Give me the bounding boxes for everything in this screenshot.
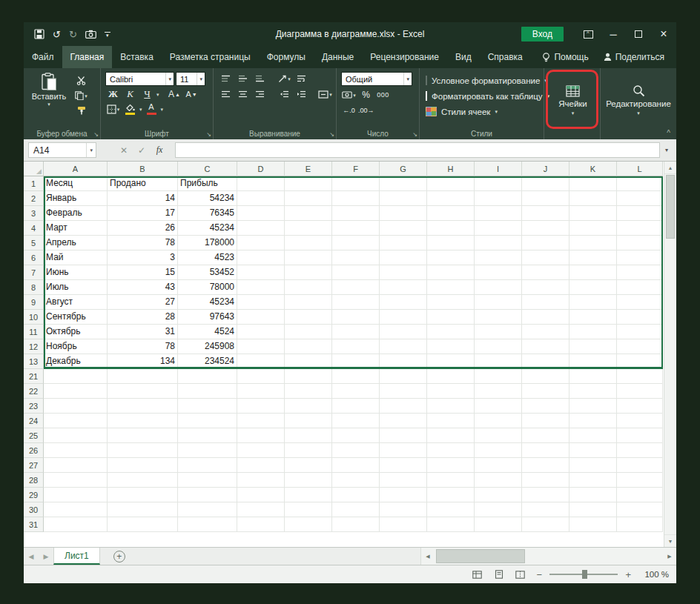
cell-B10[interactable]: 28 <box>108 310 178 325</box>
cell-D3[interactable] <box>237 206 285 221</box>
row-header-1[interactable]: 1 <box>24 176 44 191</box>
cell-C10[interactable]: 97643 <box>178 310 237 325</box>
copy-button[interactable]: ▾ <box>73 89 89 102</box>
cell-B5[interactable]: 78 <box>108 236 178 250</box>
zoom-slider[interactable] <box>549 569 618 580</box>
decrease-indent-icon[interactable] <box>277 87 292 101</box>
cell-L3[interactable] <box>617 206 663 221</box>
cancel-icon[interactable]: ✕ <box>116 142 132 158</box>
cell-G30[interactable] <box>380 502 427 517</box>
row-header-23[interactable]: 23 <box>24 399 44 414</box>
italic-button[interactable]: К <box>122 87 138 101</box>
cell-E30[interactable] <box>285 502 332 517</box>
cell-K11[interactable] <box>569 325 617 339</box>
cell-E25[interactable] <box>285 428 332 443</box>
cell-G24[interactable] <box>380 414 427 428</box>
cell-C31[interactable] <box>178 517 237 532</box>
horizontal-scrollbar[interactable]: ◀ ▶ <box>420 548 676 565</box>
cell-J25[interactable] <box>522 428 569 443</box>
cell-D5[interactable] <box>237 236 285 250</box>
cell-J9[interactable] <box>522 295 569 310</box>
cell-J12[interactable] <box>522 339 569 354</box>
cell-A22[interactable] <box>44 384 108 399</box>
font-name-combo[interactable]: Calibri ▾ <box>105 72 174 86</box>
cell-E13[interactable] <box>285 354 332 369</box>
select-all-button[interactable]: ◢ <box>24 162 44 176</box>
cell-H4[interactable] <box>427 221 475 236</box>
cell-D9[interactable] <box>237 295 285 310</box>
cell-C22[interactable] <box>178 384 237 399</box>
cell-J7[interactable] <box>522 265 569 280</box>
scroll-left-icon[interactable]: ◀ <box>421 548 435 565</box>
cell-K13[interactable] <box>569 354 617 369</box>
collapse-ribbon-icon[interactable]: ^ <box>667 129 670 137</box>
cell-D2[interactable] <box>237 191 285 206</box>
save-icon[interactable] <box>34 29 44 39</box>
cell-J27[interactable] <box>522 458 569 473</box>
cell-C13[interactable]: 234524 <box>178 354 237 369</box>
tab-Разметка страницы[interactable]: Разметка страницы <box>162 46 259 68</box>
cell-H7[interactable] <box>427 265 475 280</box>
column-header-F[interactable]: F <box>332 162 380 176</box>
page-layout-view-icon[interactable] <box>490 568 507 582</box>
cell-K31[interactable] <box>569 517 617 532</box>
cell-L31[interactable] <box>617 517 663 532</box>
tab-Рецензирование[interactable]: Рецензирование <box>362 46 447 68</box>
cell-F8[interactable] <box>332 280 380 295</box>
cell-E23[interactable] <box>285 399 332 414</box>
cell-L26[interactable] <box>617 443 663 458</box>
cell-B22[interactable] <box>108 384 178 399</box>
cell-L7[interactable] <box>617 265 663 280</box>
row-header-4[interactable]: 4 <box>24 221 44 236</box>
cell-C23[interactable] <box>178 399 237 414</box>
cell-I8[interactable] <box>475 280 522 295</box>
cell-F7[interactable] <box>332 265 380 280</box>
cell-L8[interactable] <box>617 280 663 295</box>
cell-C27[interactable] <box>178 458 237 473</box>
cell-H28[interactable] <box>427 473 475 488</box>
cell-B25[interactable] <box>108 428 178 443</box>
cell-H31[interactable] <box>427 517 475 532</box>
cell-B21[interactable] <box>108 369 178 384</box>
cell-F10[interactable] <box>332 310 380 325</box>
cell-E22[interactable] <box>285 384 332 399</box>
cell-C26[interactable] <box>178 443 237 458</box>
cell-H21[interactable] <box>427 369 475 384</box>
scroll-up-icon[interactable]: ▲ <box>664 162 676 174</box>
row-header-7[interactable]: 7 <box>24 265 44 280</box>
cell-D1[interactable] <box>237 176 285 191</box>
cell-I25[interactable] <box>475 428 522 443</box>
cell-F5[interactable] <box>332 236 380 250</box>
cell-F29[interactable] <box>332 488 380 502</box>
normal-view-icon[interactable] <box>469 568 486 582</box>
vertical-scrollbar[interactable]: ▲ ▼ <box>664 162 676 547</box>
cell-B2[interactable]: 14 <box>108 191 178 206</box>
cell-J26[interactable] <box>522 443 569 458</box>
cell-G4[interactable] <box>380 221 427 236</box>
cell-J1[interactable] <box>522 176 569 191</box>
cell-H10[interactable] <box>427 310 475 325</box>
cell-C30[interactable] <box>178 502 237 517</box>
cell-G9[interactable] <box>380 295 427 310</box>
cell-G23[interactable] <box>380 399 427 414</box>
cell-J21[interactable] <box>522 369 569 384</box>
cell-A31[interactable] <box>44 517 108 532</box>
cell-D30[interactable] <box>237 502 285 517</box>
row-header-24[interactable]: 24 <box>24 414 44 428</box>
cell-H11[interactable] <box>427 325 475 339</box>
cell-I5[interactable] <box>475 236 522 250</box>
cell-L11[interactable] <box>617 325 663 339</box>
cell-K28[interactable] <box>569 473 617 488</box>
cell-E6[interactable] <box>285 250 332 265</box>
cell-B8[interactable]: 43 <box>108 280 178 295</box>
cell-A30[interactable] <box>44 502 108 517</box>
cell-K2[interactable] <box>569 191 617 206</box>
cell-C5[interactable]: 178000 <box>178 236 237 250</box>
fill-color-dropdown-icon[interactable]: ▾ <box>139 107 142 112</box>
cell-D25[interactable] <box>237 428 285 443</box>
font-size-combo[interactable]: 11 ▾ <box>176 72 205 86</box>
cell-K7[interactable] <box>569 265 617 280</box>
cell-I30[interactable] <box>475 502 522 517</box>
cell-D12[interactable] <box>237 339 285 354</box>
cell-K22[interactable] <box>569 384 617 399</box>
